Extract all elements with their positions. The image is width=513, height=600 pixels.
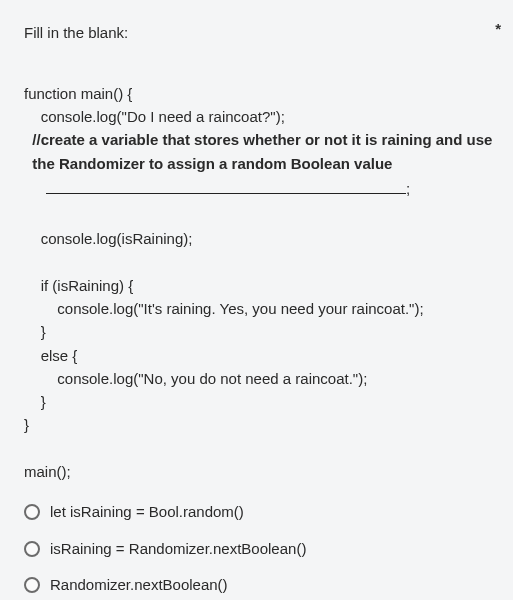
blank-semicolon: ; xyxy=(406,180,410,197)
code-line: console.log("Do I need a raincoat?"); xyxy=(24,108,285,125)
radio-icon xyxy=(24,577,40,593)
answer-options: let isRaining = Bool.random() isRaining … xyxy=(24,501,493,600)
fill-blank-line: ; xyxy=(24,177,493,200)
option-label: isRaining = Randomizer.nextBoolean() xyxy=(50,538,306,561)
blank-underline xyxy=(46,177,406,194)
option-label: let isRaining = Bool.random() xyxy=(50,501,244,524)
code-line: console.log(isRaining); xyxy=(24,230,192,247)
answer-option-1[interactable]: let isRaining = Bool.random() xyxy=(24,501,493,524)
code-line: console.log("It's raining. Yes, you need… xyxy=(24,300,424,317)
code-line: } xyxy=(24,416,29,433)
code-comment: the Randomizer to assign a random Boolea… xyxy=(24,155,392,172)
answer-option-2[interactable]: isRaining = Randomizer.nextBoolean() xyxy=(24,538,493,561)
code-line: } xyxy=(24,323,46,340)
required-asterisk: * xyxy=(495,18,501,41)
question-prompt: Fill in the blank: xyxy=(24,22,493,45)
code-line: } xyxy=(24,393,46,410)
option-label: Randomizer.nextBoolean() xyxy=(50,574,228,597)
code-comment: //create a variable that stores whether … xyxy=(24,131,492,148)
answer-option-3[interactable]: Randomizer.nextBoolean() xyxy=(24,574,493,597)
radio-icon xyxy=(24,504,40,520)
code-line: function main() { xyxy=(24,85,132,102)
code-line: console.log("No, you do not need a rainc… xyxy=(24,370,367,387)
code-line: else { xyxy=(24,347,77,364)
code-snippet: function main() { console.log("Do I need… xyxy=(24,59,493,484)
radio-icon xyxy=(24,541,40,557)
code-line: if (isRaining) { xyxy=(24,277,133,294)
code-line: main(); xyxy=(24,463,71,480)
